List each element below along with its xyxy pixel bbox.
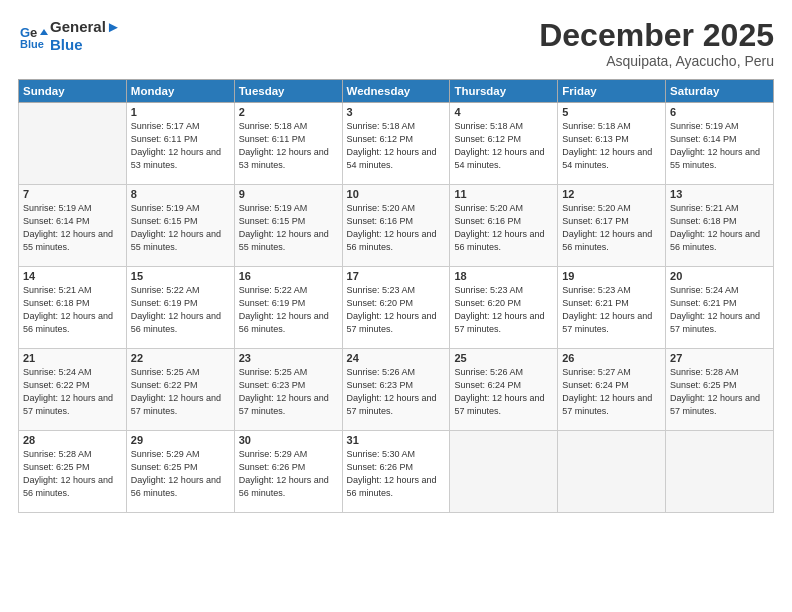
col-friday: Friday [558,80,666,103]
svg-text:Blue: Blue [20,38,44,50]
col-monday: Monday [126,80,234,103]
day-info: Sunrise: 5:22 AM Sunset: 6:19 PM Dayligh… [239,284,338,336]
calendar-cell: 2Sunrise: 5:18 AM Sunset: 6:11 PM Daylig… [234,103,342,185]
day-info: Sunrise: 5:20 AM Sunset: 6:17 PM Dayligh… [562,202,661,254]
day-number: 28 [23,434,122,446]
day-info: Sunrise: 5:24 AM Sunset: 6:21 PM Dayligh… [670,284,769,336]
col-wednesday: Wednesday [342,80,450,103]
day-number: 11 [454,188,553,200]
calendar-cell: 10Sunrise: 5:20 AM Sunset: 6:16 PM Dayli… [342,185,450,267]
calendar-cell: 23Sunrise: 5:25 AM Sunset: 6:23 PM Dayli… [234,349,342,431]
week-row-1: 1Sunrise: 5:17 AM Sunset: 6:11 PM Daylig… [19,103,774,185]
month-title: December 2025 [539,18,774,53]
calendar-cell: 9Sunrise: 5:19 AM Sunset: 6:15 PM Daylig… [234,185,342,267]
calendar-cell: 5Sunrise: 5:18 AM Sunset: 6:13 PM Daylig… [558,103,666,185]
day-info: Sunrise: 5:18 AM Sunset: 6:11 PM Dayligh… [239,120,338,172]
calendar-cell: 30Sunrise: 5:29 AM Sunset: 6:26 PM Dayli… [234,431,342,513]
week-row-5: 28Sunrise: 5:28 AM Sunset: 6:25 PM Dayli… [19,431,774,513]
calendar-cell: 7Sunrise: 5:19 AM Sunset: 6:14 PM Daylig… [19,185,127,267]
day-info: Sunrise: 5:28 AM Sunset: 6:25 PM Dayligh… [670,366,769,418]
day-number: 16 [239,270,338,282]
day-number: 26 [562,352,661,364]
calendar-cell: 1Sunrise: 5:17 AM Sunset: 6:11 PM Daylig… [126,103,234,185]
logo-icon: G e Blue [18,21,48,51]
day-number: 20 [670,270,769,282]
calendar-cell: 17Sunrise: 5:23 AM Sunset: 6:20 PM Dayli… [342,267,450,349]
calendar-cell: 11Sunrise: 5:20 AM Sunset: 6:16 PM Dayli… [450,185,558,267]
day-info: Sunrise: 5:19 AM Sunset: 6:15 PM Dayligh… [239,202,338,254]
day-number: 10 [347,188,446,200]
calendar-cell: 14Sunrise: 5:21 AM Sunset: 6:18 PM Dayli… [19,267,127,349]
day-info: Sunrise: 5:19 AM Sunset: 6:14 PM Dayligh… [670,120,769,172]
day-number: 2 [239,106,338,118]
calendar-cell: 24Sunrise: 5:26 AM Sunset: 6:23 PM Dayli… [342,349,450,431]
day-number: 31 [347,434,446,446]
day-info: Sunrise: 5:21 AM Sunset: 6:18 PM Dayligh… [23,284,122,336]
day-info: Sunrise: 5:18 AM Sunset: 6:12 PM Dayligh… [347,120,446,172]
calendar-cell: 21Sunrise: 5:24 AM Sunset: 6:22 PM Dayli… [19,349,127,431]
svg-marker-2 [40,29,48,35]
day-number: 5 [562,106,661,118]
week-row-2: 7Sunrise: 5:19 AM Sunset: 6:14 PM Daylig… [19,185,774,267]
calendar-cell: 12Sunrise: 5:20 AM Sunset: 6:17 PM Dayli… [558,185,666,267]
calendar-cell: 8Sunrise: 5:19 AM Sunset: 6:15 PM Daylig… [126,185,234,267]
calendar-cell: 13Sunrise: 5:21 AM Sunset: 6:18 PM Dayli… [666,185,774,267]
calendar-cell: 22Sunrise: 5:25 AM Sunset: 6:22 PM Dayli… [126,349,234,431]
day-number: 25 [454,352,553,364]
day-number: 22 [131,352,230,364]
day-info: Sunrise: 5:21 AM Sunset: 6:18 PM Dayligh… [670,202,769,254]
title-block: December 2025 Asquipata, Ayacucho, Peru [539,18,774,69]
day-info: Sunrise: 5:22 AM Sunset: 6:19 PM Dayligh… [131,284,230,336]
day-number: 3 [347,106,446,118]
day-number: 27 [670,352,769,364]
day-number: 12 [562,188,661,200]
calendar-cell [19,103,127,185]
day-number: 24 [347,352,446,364]
calendar-cell: 18Sunrise: 5:23 AM Sunset: 6:20 PM Dayli… [450,267,558,349]
calendar-cell: 4Sunrise: 5:18 AM Sunset: 6:12 PM Daylig… [450,103,558,185]
week-row-4: 21Sunrise: 5:24 AM Sunset: 6:22 PM Dayli… [19,349,774,431]
day-info: Sunrise: 5:17 AM Sunset: 6:11 PM Dayligh… [131,120,230,172]
day-number: 17 [347,270,446,282]
calendar-cell [450,431,558,513]
day-info: Sunrise: 5:20 AM Sunset: 6:16 PM Dayligh… [347,202,446,254]
day-info: Sunrise: 5:26 AM Sunset: 6:23 PM Dayligh… [347,366,446,418]
calendar-cell: 6Sunrise: 5:19 AM Sunset: 6:14 PM Daylig… [666,103,774,185]
day-info: Sunrise: 5:18 AM Sunset: 6:13 PM Dayligh… [562,120,661,172]
location-subtitle: Asquipata, Ayacucho, Peru [539,53,774,69]
calendar-cell: 16Sunrise: 5:22 AM Sunset: 6:19 PM Dayli… [234,267,342,349]
day-info: Sunrise: 5:25 AM Sunset: 6:22 PM Dayligh… [131,366,230,418]
page: G e Blue General► Blue December 2025 Asq… [0,0,792,612]
day-number: 14 [23,270,122,282]
day-number: 13 [670,188,769,200]
day-info: Sunrise: 5:19 AM Sunset: 6:15 PM Dayligh… [131,202,230,254]
calendar-cell [558,431,666,513]
day-number: 4 [454,106,553,118]
day-info: Sunrise: 5:26 AM Sunset: 6:24 PM Dayligh… [454,366,553,418]
header-row: Sunday Monday Tuesday Wednesday Thursday… [19,80,774,103]
day-info: Sunrise: 5:27 AM Sunset: 6:24 PM Dayligh… [562,366,661,418]
logo-blue: Blue [50,36,121,54]
day-number: 18 [454,270,553,282]
day-info: Sunrise: 5:29 AM Sunset: 6:25 PM Dayligh… [131,448,230,500]
day-number: 6 [670,106,769,118]
day-number: 1 [131,106,230,118]
day-info: Sunrise: 5:18 AM Sunset: 6:12 PM Dayligh… [454,120,553,172]
logo: G e Blue General► Blue [18,18,121,54]
calendar-cell: 27Sunrise: 5:28 AM Sunset: 6:25 PM Dayli… [666,349,774,431]
day-number: 9 [239,188,338,200]
day-info: Sunrise: 5:29 AM Sunset: 6:26 PM Dayligh… [239,448,338,500]
logo-general: General► [50,18,121,36]
calendar-cell: 28Sunrise: 5:28 AM Sunset: 6:25 PM Dayli… [19,431,127,513]
calendar-cell: 3Sunrise: 5:18 AM Sunset: 6:12 PM Daylig… [342,103,450,185]
day-info: Sunrise: 5:24 AM Sunset: 6:22 PM Dayligh… [23,366,122,418]
week-row-3: 14Sunrise: 5:21 AM Sunset: 6:18 PM Dayli… [19,267,774,349]
day-info: Sunrise: 5:23 AM Sunset: 6:20 PM Dayligh… [347,284,446,336]
header: G e Blue General► Blue December 2025 Asq… [18,18,774,69]
day-info: Sunrise: 5:30 AM Sunset: 6:26 PM Dayligh… [347,448,446,500]
calendar-cell: 25Sunrise: 5:26 AM Sunset: 6:24 PM Dayli… [450,349,558,431]
col-tuesday: Tuesday [234,80,342,103]
day-info: Sunrise: 5:20 AM Sunset: 6:16 PM Dayligh… [454,202,553,254]
calendar-cell: 31Sunrise: 5:30 AM Sunset: 6:26 PM Dayli… [342,431,450,513]
calendar-table: Sunday Monday Tuesday Wednesday Thursday… [18,79,774,513]
